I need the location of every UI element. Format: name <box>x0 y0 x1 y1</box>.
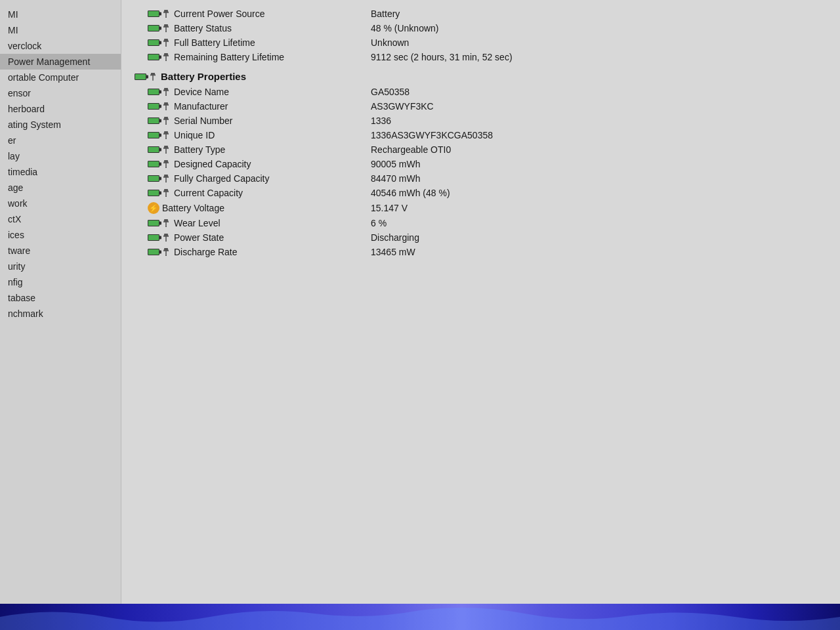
battery-status-label: Battery Status <box>148 23 371 33</box>
power-state-value: Discharging <box>371 232 827 243</box>
battery-properties-section: Battery Properties Device Name GA50358 M… <box>135 68 827 259</box>
sidebar-item-devices[interactable]: ices <box>0 227 121 243</box>
battery-voltage-value: 15.147 V <box>371 203 827 213</box>
sidebar-item-operating-system[interactable]: ating System <box>0 117 121 133</box>
battery-icon-11 <box>148 175 159 182</box>
device-name-row: Device Name GA50358 <box>135 85 827 99</box>
sidebar-item-database[interactable]: tabase <box>0 290 121 306</box>
plug-icon-9 <box>163 146 169 154</box>
battery-icon <box>148 10 159 17</box>
wear-level-value: 6 % <box>371 218 827 228</box>
bat-icon-3 <box>148 117 170 125</box>
discharge-rate-row: Discharge Rate 13465 mW <box>135 245 827 259</box>
battery-icon-header <box>135 74 146 80</box>
plug-icon4 <box>163 53 169 61</box>
sidebar: MI MI verclock Power Management ortable … <box>0 0 121 630</box>
bat-icon-1 <box>148 88 170 96</box>
bat-icon-6 <box>148 160 170 168</box>
remaining-battery-lifetime-value: 9112 sec (2 hours, 31 min, 52 sec) <box>371 52 827 62</box>
battery-icon-5 <box>148 89 159 95</box>
discharge-rate-value: 13465 mW <box>371 247 827 257</box>
sidebar-item-overclock[interactable]: verclock <box>0 38 121 54</box>
sidebar-item-network[interactable]: work <box>0 196 121 211</box>
voltage-icon: ⚡ <box>148 202 159 214</box>
sidebar-item-software[interactable]: tware <box>0 243 121 259</box>
current-power-source-value: Battery <box>371 9 827 19</box>
current-power-source-row: Current Power Source Battery <box>135 7 827 21</box>
sidebar-item-motherboard[interactable]: herboard <box>0 101 121 117</box>
unique-id-row: Unique ID 1336AS3GWYF3KCGA50358 <box>135 128 827 142</box>
main-content: Current Power Source Battery Battery Sta… <box>121 0 840 630</box>
designed-capacity-row: Designed Capacity 90005 mWh <box>135 157 827 171</box>
battery-type-row: Battery Type Rechargeable OTI0 <box>135 142 827 157</box>
wear-level-row: Wear Level 6 % <box>135 216 827 230</box>
taskbar <box>0 604 840 630</box>
designed-capacity-label: Designed Capacity <box>148 159 371 169</box>
battery-properties-header: Battery Properties <box>135 68 827 85</box>
current-power-source-label: Current Power Source <box>148 9 371 19</box>
plug-icon3 <box>163 39 169 47</box>
battery-icon-group3 <box>148 39 170 47</box>
plug-icon-header <box>150 73 156 81</box>
manufacturer-row: Manufacturer AS3GWYF3KC <box>135 99 827 114</box>
battery-properties-title: Battery Properties <box>161 71 246 82</box>
fully-charged-capacity-label: Fully Charged Capacity <box>148 173 371 184</box>
sidebar-item-portable-computer[interactable]: ortable Computer <box>0 70 121 85</box>
plug-icon-8 <box>163 131 169 139</box>
manufacturer-value: AS3GWYF3KC <box>371 101 827 112</box>
serial-number-value: 1336 <box>371 116 827 126</box>
bat-icon-5 <box>148 146 170 154</box>
sidebar-item-directx[interactable]: ctX <box>0 211 121 227</box>
plug-icon-12 <box>163 189 169 197</box>
current-capacity-value: 40546 mWh (48 %) <box>371 188 827 198</box>
sidebar-item-sensor[interactable]: ensor <box>0 85 121 101</box>
power-state-row: Power State Discharging <box>135 230 827 245</box>
battery-type-value: Rechargeable OTI0 <box>371 144 827 155</box>
bat-icon-11 <box>148 248 170 256</box>
sidebar-item-multimedia[interactable]: timedia <box>0 164 121 180</box>
plug-icon-13 <box>163 219 169 227</box>
plug-icon-7 <box>163 117 169 125</box>
current-capacity-row: Current Capacity 40546 mWh (48 %) <box>135 186 827 200</box>
battery-icon-9 <box>148 146 159 153</box>
top-section: Current Power Source Battery Battery Sta… <box>135 7 827 64</box>
sidebar-item-display[interactable]: lay <box>0 148 121 164</box>
battery-icon-14 <box>148 234 159 241</box>
battery-icon-group-header <box>135 73 157 81</box>
sidebar-item-power-management[interactable]: Power Management <box>0 54 121 70</box>
full-battery-lifetime-value: Unknown <box>371 37 827 48</box>
plug-icon-15 <box>163 248 169 256</box>
battery-icon-group2 <box>148 24 170 32</box>
sidebar-item-security[interactable]: urity <box>0 259 121 274</box>
battery-icon-group4 <box>148 53 170 61</box>
battery-icon-15 <box>148 249 159 255</box>
sidebar-item-mi1[interactable]: MI <box>0 7 121 22</box>
bat-icon-8 <box>148 189 170 197</box>
sidebar-item-mi2[interactable]: MI <box>0 22 121 38</box>
remaining-battery-lifetime-label: Remaining Battery Lifetime <box>148 52 371 62</box>
unique-id-value: 1336AS3GWYF3KCGA50358 <box>371 130 827 140</box>
bat-icon-9 <box>148 219 170 227</box>
remaining-battery-lifetime-row: Remaining Battery Lifetime 9112 sec (2 h… <box>135 50 827 64</box>
battery-voltage-label: ⚡ Battery Voltage <box>148 202 371 214</box>
bat-icon-7 <box>148 175 170 182</box>
battery-icon-13 <box>148 220 159 226</box>
battery-voltage-row: ⚡ Battery Voltage 15.147 V <box>135 200 827 216</box>
plug-icon <box>163 10 169 18</box>
unique-id-label: Unique ID <box>148 130 371 140</box>
sidebar-item-er[interactable]: er <box>0 133 121 148</box>
sidebar-item-storage[interactable]: age <box>0 180 121 196</box>
sidebar-item-config[interactable]: nfig <box>0 274 121 290</box>
full-battery-lifetime-row: Full Battery Lifetime Unknown <box>135 35 827 50</box>
battery-icon-10 <box>148 161 159 167</box>
taskbar-wave <box>0 604 840 630</box>
battery-icon-12 <box>148 190 159 196</box>
designed-capacity-value: 90005 mWh <box>371 159 827 169</box>
full-battery-lifetime-label: Full Battery Lifetime <box>148 37 371 48</box>
sidebar-item-benchmark[interactable]: nchmark <box>0 306 121 322</box>
battery-icon-7 <box>148 117 159 124</box>
fully-charged-capacity-row: Fully Charged Capacity 84470 mWh <box>135 171 827 186</box>
discharge-rate-label: Discharge Rate <box>148 247 371 257</box>
fully-charged-capacity-value: 84470 mWh <box>371 173 827 184</box>
battery-icon-group <box>148 10 170 18</box>
